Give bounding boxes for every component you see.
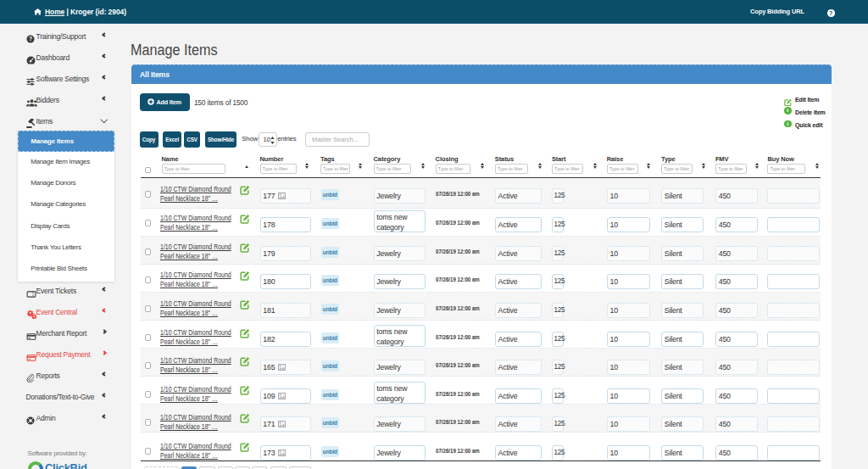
svg-text:?: ? [28,36,31,42]
